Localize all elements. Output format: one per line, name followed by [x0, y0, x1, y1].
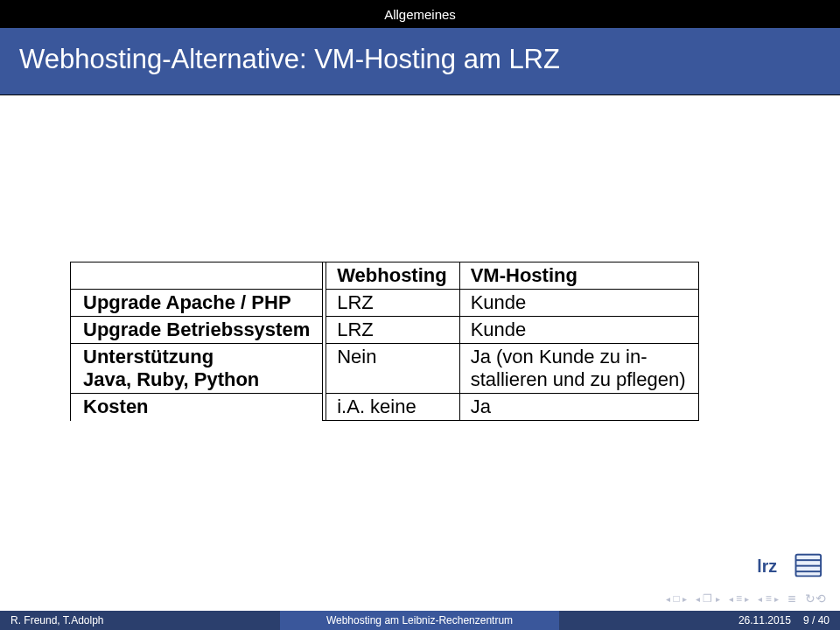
section-label: Allgemeines: [384, 7, 456, 22]
table-row: Upgrade Apache / PHP LRZ Kunde: [70, 289, 699, 316]
footer-authors-text: R. Freund, T.Adolph: [10, 614, 104, 626]
cell: Nein: [326, 343, 458, 393]
row-label: Kosten: [70, 393, 322, 421]
table-row: Kosten i.A. keine Ja: [70, 393, 699, 421]
nav-frame-icon[interactable]: ◂ ❐ ▸: [696, 592, 720, 605]
beamer-nav-icons: ◂ □ ▸ ◂ ❐ ▸ ◂ ≡ ▸ ◂ ≡ ▸ ≣ ↻⟲: [0, 586, 840, 611]
nav-equals-icon: ≣: [788, 592, 796, 605]
cell: Kunde: [459, 289, 699, 316]
lrz-logo: lrz: [756, 550, 824, 581]
cell-l1: Ja (von Kunde zu in-: [471, 346, 648, 368]
table-row: Unterstützung Java, Ruby, Python Nein Ja…: [70, 343, 699, 393]
footer-title: Webhosting am Leibniz-Rechenzentrum: [280, 611, 560, 630]
table-head-row: Webhosting VM-Hosting: [70, 262, 699, 289]
cell: Kunde: [459, 316, 699, 343]
row-label-l2: Java, Ruby, Python: [83, 368, 259, 390]
footer-right: 26.11.2015 9 / 40: [559, 611, 840, 630]
cell: LRZ: [326, 289, 458, 316]
nav-slide-icon[interactable]: ◂ □ ▸: [666, 592, 687, 605]
slide-title-text: Webhosting-Alternative: VM-Hosting am LR…: [19, 44, 560, 74]
footer-bar: R. Freund, T.Adolph Webhosting am Leibni…: [0, 611, 840, 630]
nav-subsection-icon[interactable]: ◂ ≡ ▸: [729, 592, 750, 605]
row-label: Upgrade Betriebssystem: [70, 316, 322, 343]
nav-loop-icon[interactable]: ↻⟲: [805, 592, 826, 606]
row-label: Upgrade Apache / PHP: [70, 289, 322, 316]
cell: Ja (von Kunde zu in- stallieren und zu p…: [459, 343, 699, 393]
footer-date: 26.11.2015: [738, 614, 791, 626]
section-tab: Allgemeines: [0, 0, 840, 28]
slide-title: Webhosting-Alternative: VM-Hosting am LR…: [0, 28, 840, 95]
table-head-webhosting: Webhosting: [326, 262, 458, 289]
slide-body: Webhosting VM-Hosting Upgrade Apache / P…: [0, 95, 840, 586]
table-head-empty: [70, 262, 322, 289]
comparison-table: Webhosting VM-Hosting Upgrade Apache / P…: [70, 262, 699, 421]
cell: Ja: [459, 393, 699, 421]
footer-authors: R. Freund, T.Adolph: [0, 611, 280, 630]
footer-page: 9 / 40: [803, 614, 830, 626]
cell: i.A. keine: [326, 393, 458, 421]
cell-l2: stallieren und zu pflegen): [471, 368, 686, 390]
table-head-vmhosting: VM-Hosting: [459, 262, 699, 289]
cell: LRZ: [326, 316, 458, 343]
row-label-l1: Unterstützung: [83, 346, 214, 368]
row-label: Unterstützung Java, Ruby, Python: [70, 343, 322, 393]
footer-title-text: Webhosting am Leibniz-Rechenzentrum: [326, 614, 513, 626]
table-row: Upgrade Betriebssystem LRZ Kunde: [70, 316, 699, 343]
nav-section-icon[interactable]: ◂ ≡ ▸: [758, 592, 779, 605]
svg-text:lrz: lrz: [757, 556, 777, 576]
